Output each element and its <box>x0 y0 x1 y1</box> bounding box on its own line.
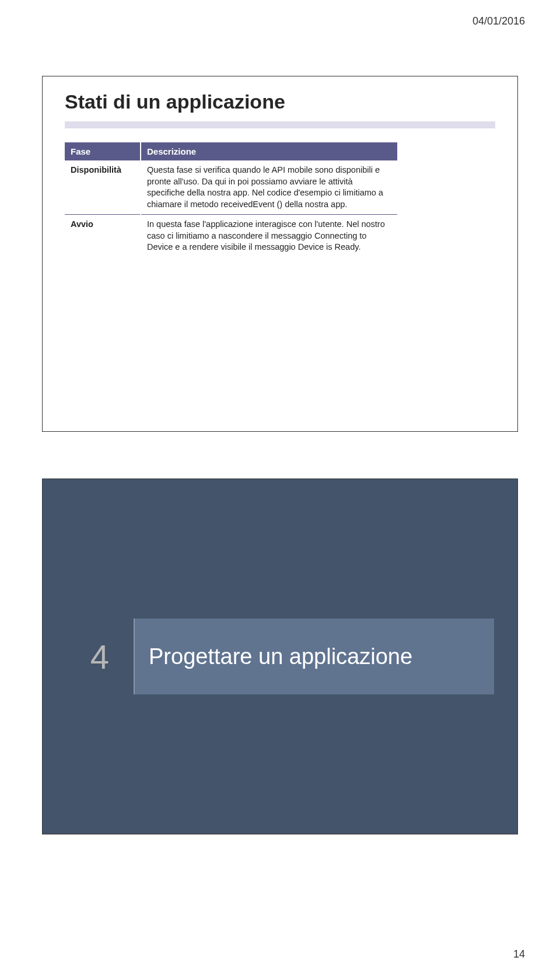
page-number: 14 <box>513 948 525 960</box>
section-title-box: Progettare un applicazione <box>135 619 494 694</box>
section-number-box: 4 <box>66 619 135 694</box>
section-title: Progettare un applicazione <box>149 644 412 669</box>
desc-cell: In questa fase l'applicazione interagisc… <box>141 215 397 257</box>
table-row: Disponibilità Questa fase si verifica qu… <box>65 160 397 215</box>
table-header-desc: Descrizione <box>141 142 397 160</box>
phase-cell: Disponibilità <box>65 160 141 215</box>
slide-states: Stati di un applicazione Fase Descrizion… <box>42 76 518 432</box>
section-number: 4 <box>90 637 109 676</box>
slide-section: 4 Progettare un applicazione <box>42 478 518 834</box>
table-row: Avvio In questa fase l'applicazione inte… <box>65 215 397 257</box>
title-underline <box>65 121 495 128</box>
date-header: 04/01/2016 <box>473 15 525 27</box>
desc-cell: Questa fase si verifica quando le API mo… <box>141 160 397 215</box>
section-row: 4 Progettare un applicazione <box>66 619 494 694</box>
slide-title: Stati di un applicazione <box>65 90 495 113</box>
phase-cell: Avvio <box>65 215 141 257</box>
table-header-phase: Fase <box>65 142 141 160</box>
states-table: Fase Descrizione Disponibilità Questa fa… <box>65 142 397 257</box>
